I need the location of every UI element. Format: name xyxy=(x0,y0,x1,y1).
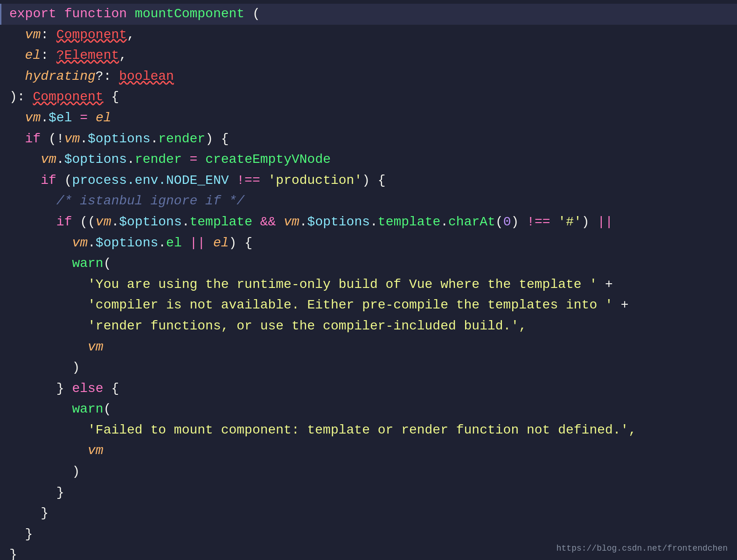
indent xyxy=(9,130,25,149)
code-line: } xyxy=(0,483,737,504)
code-line: vm.$options.el || el) { xyxy=(0,233,737,254)
code-line: 'You are using the runtime-only build of… xyxy=(0,274,737,295)
indent xyxy=(9,67,25,86)
token: $el xyxy=(49,109,72,128)
token: Component xyxy=(33,88,103,107)
token: ) { xyxy=(229,234,252,253)
token: + xyxy=(613,296,629,315)
token: vm xyxy=(88,338,104,357)
code-line: el: ?Element, xyxy=(0,45,737,66)
code-line: export function mountComponent ( xyxy=(0,4,737,25)
token: Component xyxy=(56,26,127,45)
indent xyxy=(9,213,56,232)
code-line: if (!vm.$options.render) { xyxy=(0,129,737,150)
token: boolean xyxy=(119,67,174,86)
token: = xyxy=(190,150,198,169)
token xyxy=(252,213,260,232)
token: 'production' xyxy=(268,171,362,190)
token: (! xyxy=(41,130,64,149)
indent xyxy=(9,483,56,503)
token: 0 xyxy=(503,213,511,232)
token xyxy=(182,150,190,169)
token xyxy=(88,109,96,128)
token: { xyxy=(104,88,119,107)
token xyxy=(276,213,284,232)
token: $options xyxy=(307,213,370,232)
token xyxy=(205,234,213,253)
code-line: } else { xyxy=(0,378,737,399)
token xyxy=(260,171,268,190)
token: vm xyxy=(88,441,104,461)
token: export xyxy=(9,5,56,24)
token: mountComponent xyxy=(135,5,244,24)
token: render xyxy=(158,130,205,149)
token xyxy=(229,171,237,190)
token: vm xyxy=(25,109,41,128)
code-line: 'render functions, or use the compiler-i… xyxy=(0,316,737,337)
indent xyxy=(9,441,88,461)
token: !== xyxy=(527,213,550,232)
code-line: warn( xyxy=(0,253,737,274)
token: ) { xyxy=(362,171,385,190)
indent xyxy=(9,192,56,211)
token: ) xyxy=(72,358,80,378)
token: , xyxy=(127,26,135,45)
token: else xyxy=(72,379,103,399)
token: !== xyxy=(236,171,260,190)
token: 'render functions, or use the compiler-i… xyxy=(88,317,527,336)
code-line: if ((vm.$options.template && vm.$options… xyxy=(0,212,737,233)
token: el xyxy=(166,234,182,253)
indent xyxy=(9,109,25,128)
token: : xyxy=(41,26,56,45)
indent xyxy=(9,400,72,419)
token: (( xyxy=(72,213,95,232)
token: || xyxy=(597,213,613,232)
token: } xyxy=(41,504,49,523)
token: ): xyxy=(9,88,33,107)
token: vm xyxy=(284,213,299,232)
code-line: /* istanbul ignore if */ xyxy=(0,191,737,212)
token: && xyxy=(260,213,276,232)
code-line: hydrating?: boolean xyxy=(0,66,737,87)
token: createEmptyVNode xyxy=(205,150,331,169)
code-line: warn( xyxy=(0,399,737,420)
indent xyxy=(9,421,88,440)
token: /* istanbul ignore if */ xyxy=(56,192,244,211)
token: . xyxy=(88,234,96,253)
token: vm xyxy=(96,213,111,232)
token: = xyxy=(80,109,88,128)
token: 'You are using the runtime-only build of… xyxy=(88,275,597,294)
token: process.env.NODE_ENV xyxy=(72,171,229,190)
token: vm xyxy=(41,150,56,169)
code-line: vm xyxy=(0,337,737,358)
token: . xyxy=(127,150,135,169)
token: , xyxy=(119,46,127,65)
token: if xyxy=(56,213,72,232)
token: el xyxy=(25,46,41,65)
token xyxy=(182,234,190,253)
token: || xyxy=(190,234,206,253)
token: . xyxy=(150,130,158,149)
token: . xyxy=(111,213,119,232)
code-line: vm.$options.render = createEmptyVNode xyxy=(0,149,737,170)
token: el xyxy=(96,109,111,128)
token: '#' xyxy=(558,213,581,232)
token: ) { xyxy=(205,130,229,149)
token: ( xyxy=(244,5,260,24)
indent xyxy=(9,254,72,273)
token: : xyxy=(41,46,56,65)
code-line: } xyxy=(0,503,737,524)
token: ( xyxy=(104,254,111,273)
token: if xyxy=(25,130,41,149)
token: ) xyxy=(72,462,80,482)
code-line: } xyxy=(0,524,737,545)
token: $options xyxy=(64,150,127,169)
token: vm xyxy=(25,26,41,45)
token xyxy=(56,5,64,24)
indent xyxy=(9,358,72,378)
token: function xyxy=(64,5,127,24)
token: $options xyxy=(88,130,150,149)
token: . xyxy=(299,213,307,232)
token: warn xyxy=(72,400,103,419)
token: template xyxy=(190,213,252,232)
